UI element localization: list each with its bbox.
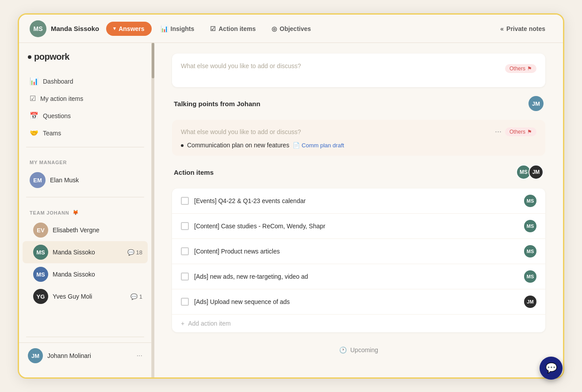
talking-others-tag-label: Others (509, 129, 525, 135)
manager-name: Elan Musk (50, 177, 79, 184)
bullet-icon (181, 144, 184, 147)
talking-others-tag[interactable]: Others ⚑ (505, 127, 536, 136)
action-item-avatar-1: MS (524, 220, 536, 232)
scroll-thumb (152, 43, 154, 78)
sidebar-item-team-member-3[interactable]: YG Yves Guy Moli 💬 1 (23, 285, 148, 307)
chat-widget[interactable]: 💬 (540, 357, 563, 380)
sidebar-item-teams-label: Teams (43, 130, 61, 137)
private-notes-label: Private notes (506, 25, 545, 32)
action-avatar-1: JM (528, 165, 544, 180)
action-items-avatar-group: MS JM (516, 165, 544, 180)
team-member-name-1: Manda Sissoko (53, 249, 123, 256)
tab-answers[interactable]: ▾ Answers (106, 22, 151, 36)
action-item-avatar-4: JM (524, 296, 536, 308)
add-action-row[interactable]: + Add action item (172, 315, 545, 332)
content-area: What else would you like to add or discu… (154, 43, 563, 377)
sidebar-item-team-member-2[interactable]: MS Manda Sissoko (23, 263, 148, 285)
checkbox-4[interactable] (181, 298, 189, 306)
dashboard-icon: 📊 (30, 77, 38, 85)
logo-area: popwork (19, 52, 151, 73)
talking-points-card: What else would you like to add or discu… (172, 120, 545, 156)
header: MS Manda Sissoko ▾ Answers 📊 Insights ☑ … (19, 15, 563, 43)
action-item-avatar-0: MS (524, 195, 536, 207)
talking-points-header: Talking points from Johann JM (172, 96, 545, 115)
checkbox-1[interactable] (181, 222, 189, 230)
sidebar-item-dashboard[interactable]: 📊 Dashboard (24, 73, 146, 90)
comm-plan-link-label: Comm plan draft (302, 142, 344, 149)
chevron-icon: ▾ (113, 26, 116, 31)
tab-insights[interactable]: 📊 Insights (153, 22, 202, 36)
top-placeholder-card: What else would you like to add or discu… (172, 54, 545, 87)
more-options-icon[interactable]: ··· (495, 127, 502, 136)
header-avatar: MS (30, 20, 46, 37)
sidebar-item-dashboard-label: Dashboard (43, 78, 73, 85)
sidebar-item-teams[interactable]: 🤝 Teams (24, 124, 146, 142)
checkbox-3[interactable] (181, 273, 189, 281)
team-section-label: TEAM JOHANN 🦊 (19, 203, 151, 219)
comment-icon-1: 💬 (127, 249, 134, 256)
top-placeholder-text[interactable]: What else would you like to add or discu… (181, 62, 505, 69)
team-emoji: 🦊 (73, 210, 79, 215)
action-items-title: Action items (174, 169, 214, 176)
action-item-text-2: [Content] Product news articles (194, 248, 519, 255)
upcoming-bar[interactable]: 🕐 Upcoming (172, 341, 545, 359)
checkbox-2[interactable] (181, 247, 189, 255)
talking-bullet-text-0: Communication plan on new features 📄 Com… (187, 142, 344, 149)
sidebar-item-my-action-items[interactable]: ☑ My action items (24, 90, 146, 107)
sidebar-item-my-action-items-label: My action items (40, 95, 83, 102)
top-others-tag[interactable]: Others ⚑ (505, 64, 536, 73)
sidebar-item-team-member-0[interactable]: EV Elisabeth Vergne (23, 219, 148, 241)
sidebar-item-manager[interactable]: EM Elan Musk (19, 169, 151, 192)
comment-count-3: 1 (139, 293, 142, 300)
target-icon: ◎ (272, 25, 277, 32)
action-item-row-4: [Ads] Upload new sequence of ads JM (172, 289, 545, 315)
talking-bullet-main-text: Communication plan on new features (187, 142, 289, 149)
comment-icon-3: 💬 (130, 293, 138, 300)
comment-badge-1: 💬 18 (127, 249, 142, 256)
action-item-text-3: [Ads] new ads, new re-targeting, video a… (194, 273, 519, 280)
action-item-row-1: [Content] Case studies - ReCom, Wendy, S… (172, 214, 545, 239)
tab-insights-label: Insights (171, 25, 195, 32)
divider-1 (26, 147, 144, 147)
scroll-divider[interactable] (152, 43, 154, 377)
tab-objectives[interactable]: ◎ Objectives (264, 22, 318, 36)
team-section-text: TEAM JOHANN (30, 210, 69, 215)
checkbox-0[interactable] (181, 197, 189, 205)
team-member-avatar-2: MS (33, 267, 48, 282)
action-item-avatar-3: MS (524, 270, 536, 283)
comm-plan-link[interactable]: 📄 Comm plan draft (293, 142, 344, 149)
team-member-name-3: Yves Guy Moli (53, 293, 126, 300)
footer-user-avatar: JM (28, 348, 43, 363)
more-dots-icon[interactable]: ··· (137, 352, 142, 360)
sidebar-item-team-member-1[interactable]: MS Manda Sissoko 💬 18 (23, 241, 148, 263)
flag-icon: ⚑ (527, 65, 532, 72)
header-tabs: ▾ Answers 📊 Insights ☑ Action items ◎ Ob… (106, 22, 318, 36)
talking-points-title: Talking points from Johann (174, 100, 260, 108)
check-square-icon: ☑ (210, 25, 216, 32)
action-item-row-2: [Content] Product news articles MS (172, 239, 545, 264)
action-items-icon: ☑ (30, 94, 36, 103)
comment-count-1: 18 (136, 249, 142, 256)
plus-icon: + (181, 320, 184, 327)
private-notes-button[interactable]: « Private notes (493, 22, 552, 36)
sidebar-item-questions-label: Questions (43, 112, 71, 119)
logo-text: popwork (34, 52, 69, 62)
footer-user-name: Johann Molinari (47, 352, 132, 359)
action-item-row-0: [Events] Q4-22 & Q1-23 events calendar M… (172, 188, 545, 214)
manager-section-label: MY MANAGER (19, 153, 151, 169)
talking-points-section: Talking points from Johann JM What else … (172, 96, 545, 156)
teams-icon: 🤝 (30, 129, 38, 137)
bar-chart-icon: 📊 (161, 25, 168, 32)
action-items-header: Action items MS JM (172, 165, 545, 183)
team-member-avatar-3: YG (33, 289, 48, 304)
tab-action-items[interactable]: ☑ Action items (203, 22, 263, 36)
add-action-label: Add action item (188, 320, 231, 327)
footer-user[interactable]: JM Johann Molinari ··· (19, 342, 151, 369)
talking-flag-icon: ⚑ (527, 129, 532, 135)
talking-placeholder-text[interactable]: What else would you like to add or discu… (181, 128, 491, 135)
tab-answers-label: Answers (119, 25, 144, 32)
team-member-avatar-0: EV (33, 223, 48, 238)
sidebar-item-questions[interactable]: 📅 Questions (24, 107, 146, 124)
divider-2 (26, 197, 144, 197)
double-chevron-icon: « (500, 25, 504, 32)
